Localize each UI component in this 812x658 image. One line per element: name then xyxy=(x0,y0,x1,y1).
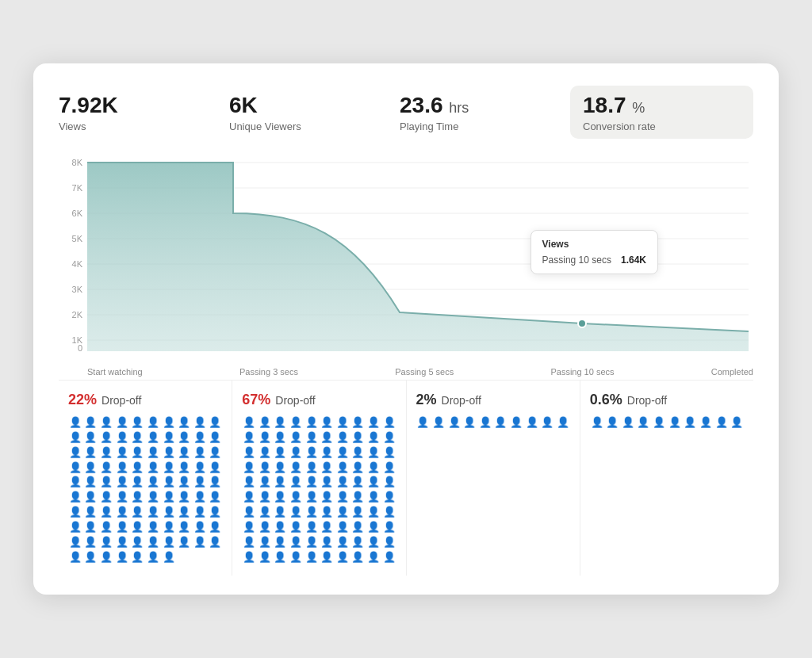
person-icon: 👤 xyxy=(177,536,191,549)
person-icon: 👤 xyxy=(115,431,129,445)
chart-x-labels: Start watching Passing 3 secs Passing 5 … xyxy=(59,364,753,377)
person-icon: 👤 xyxy=(382,491,396,504)
svg-text:0: 0 xyxy=(78,343,82,353)
person-icon: 👤 xyxy=(177,431,191,445)
person-icon: 👤 xyxy=(289,431,303,445)
dropoff-pct-2: 67% xyxy=(242,392,270,408)
person-icon: 👤 xyxy=(335,536,350,549)
svg-text:3K: 3K xyxy=(72,285,83,294)
person-icon: 👤 xyxy=(242,446,256,460)
dropoff-pct-1: 22% xyxy=(68,392,97,408)
person-icon: 👤 xyxy=(382,536,396,549)
person-icon: 👤 xyxy=(335,491,350,504)
person-icon: 👤 xyxy=(146,551,160,564)
stat-views: 7.92K Views xyxy=(59,86,229,139)
person-icon: 👤 xyxy=(162,446,176,460)
person-icon: 👤 xyxy=(320,551,334,564)
person-icon: 👤 xyxy=(274,446,288,460)
person-icon: 👤 xyxy=(242,506,256,519)
person-icon: 👤 xyxy=(99,491,113,504)
person-icon: 👤 xyxy=(209,476,223,489)
person-icon: 👤 xyxy=(274,521,288,534)
person-icon: 👤 xyxy=(99,461,113,475)
person-icon: 👤 xyxy=(99,551,113,564)
person-icon: 👤 xyxy=(242,431,256,445)
person-icon: 👤 xyxy=(84,536,98,549)
person-icon: 👤 xyxy=(242,491,256,504)
person-icon: 👤 xyxy=(193,461,207,475)
person-icon: 👤 xyxy=(289,536,303,549)
person-icon: 👤 xyxy=(162,461,176,475)
person-icon: 👤 xyxy=(131,536,145,549)
person-icon: 👤 xyxy=(320,461,334,475)
person-icon: 👤 xyxy=(68,446,82,460)
stat-playing-time-label: Playing Time xyxy=(400,121,557,132)
person-icon: 👤 xyxy=(304,476,319,489)
person-icon: 👤 xyxy=(115,506,129,519)
tooltip-row-label: Passing 10 secs xyxy=(542,254,611,266)
person-icon: 👤 xyxy=(68,491,82,504)
person-icon: 👤 xyxy=(320,416,334,430)
svg-text:5K: 5K xyxy=(72,234,83,243)
dropoff-pct-4: 0.6% xyxy=(590,392,622,408)
person-icon: 👤 xyxy=(304,506,319,519)
person-icon: 👤 xyxy=(351,431,366,445)
person-icon: 👤 xyxy=(258,416,272,430)
svg-text:4K: 4K xyxy=(72,259,83,269)
person-icon: 👤 xyxy=(304,521,319,534)
person-icon: 👤 xyxy=(335,446,350,460)
person-icon: 👤 xyxy=(382,431,396,445)
person-icon: 👤 xyxy=(382,476,396,489)
person-icon: 👤 xyxy=(274,416,288,430)
person-icon: 👤 xyxy=(274,461,288,475)
person-icon: 👤 xyxy=(258,476,272,489)
person-icon: 👤 xyxy=(274,476,288,489)
person-icon: 👤 xyxy=(131,476,145,489)
chart-tooltip: Views Passing 10 secs 1.64K xyxy=(530,230,658,274)
dropoff-header-4: 0.6% Drop-off xyxy=(590,392,744,408)
person-icon: 👤 xyxy=(84,491,98,504)
waffle-3: 👤👤👤👤👤👤👤👤👤👤 xyxy=(416,416,570,430)
person-icon: 👤 xyxy=(84,446,98,460)
person-icon: 👤 xyxy=(177,476,191,489)
person-icon: 👤 xyxy=(68,506,82,519)
person-icon: 👤 xyxy=(335,551,350,564)
tooltip-title: Views xyxy=(542,239,646,250)
dropoff-header-2: 67% Drop-off xyxy=(242,392,396,408)
person-icon: 👤 xyxy=(258,521,272,534)
waffle-1: 👤 👤 👤 👤 👤 👤 👤 👤 👤 👤 👤 👤 👤 👤 👤 👤 👤 👤 👤 xyxy=(68,416,222,564)
person-icon: 👤 xyxy=(115,461,129,475)
person-icon: 👤 xyxy=(193,506,207,519)
person-icon: 👤 xyxy=(258,431,272,445)
person-icon: 👤 xyxy=(289,416,303,430)
stat-playing-time: 23.6 hrs Playing Time xyxy=(400,86,570,139)
person-icon: 👤 xyxy=(304,431,319,445)
person-icon: 👤 xyxy=(351,506,366,519)
person-icon: 👤 xyxy=(177,446,191,460)
person-icon: 👤 xyxy=(193,491,207,504)
person-icon: 👤 xyxy=(242,521,256,534)
stat-unique-viewers-label: Unique Viewers xyxy=(229,121,387,132)
person-icon: 👤 xyxy=(131,416,145,430)
person-icon: 👤 xyxy=(242,536,256,549)
person-icon: 👤 xyxy=(382,461,396,475)
person-icon: 👤 xyxy=(590,416,604,430)
person-icon: 👤 xyxy=(289,491,303,504)
person-icon: 👤 xyxy=(289,476,303,489)
stats-row: 7.92K Views 6K Unique Viewers 23.6 hrs P… xyxy=(59,86,753,139)
person-icon: 👤 xyxy=(162,431,176,445)
person-icon: 👤 xyxy=(242,476,256,489)
person-icon: 👤 xyxy=(351,551,366,564)
person-icon: 👤 xyxy=(366,446,381,460)
person-icon: 👤 xyxy=(366,521,381,534)
person-icon: 👤 xyxy=(209,536,223,549)
dropoff-label-1: Drop-off xyxy=(102,394,141,407)
person-icon: 👤 xyxy=(478,416,492,430)
person-icon: 👤 xyxy=(382,521,396,534)
person-icon: 👤 xyxy=(242,416,256,430)
person-icon: 👤 xyxy=(382,506,396,519)
person-icon: 👤 xyxy=(462,416,477,430)
person-icon: 👤 xyxy=(289,446,303,460)
x-label-start: Start watching xyxy=(87,367,143,377)
person-icon: 👤 xyxy=(146,431,160,445)
